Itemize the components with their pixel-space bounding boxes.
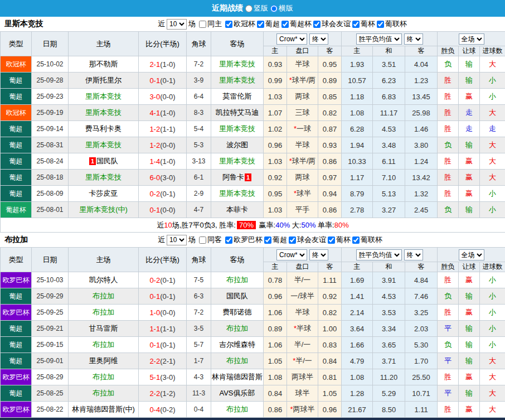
result-handicap: 走: [459, 121, 480, 137]
avg-state-select[interactable]: 终: [404, 249, 423, 260]
result-goals: 小: [480, 337, 505, 353]
horizontal-layout-radio[interactable]: [270, 5, 278, 12]
odds-provider-select[interactable]: Crow*: [276, 249, 307, 260]
league-filter[interactable]: 葡杯: [351, 19, 375, 29]
layout-option-vertical[interactable]: 竖版: [245, 3, 268, 13]
league-badge: 葡超: [1, 353, 32, 369]
league-filter[interactable]: 葡超: [255, 19, 280, 29]
recent-count-select[interactable]: 10: [167, 235, 187, 245]
avg-draw-odds: 6.11: [373, 153, 405, 170]
result-handicap: 输: [459, 137, 480, 153]
result-handicap: 赢: [459, 402, 480, 418]
home-team: 里斯本竞技: [69, 170, 139, 186]
avg-home-odds: 4.79: [342, 353, 373, 369]
league-filter-checkbox[interactable]: [377, 21, 384, 28]
league-filter-label: 球会友谊: [297, 235, 326, 245]
avg-away-odds: 10.71: [405, 385, 438, 402]
page-header: 近期战绩 竖版 横版: [0, 0, 505, 17]
away-team: 凯拉特艾马迪: [211, 105, 264, 121]
favorite-star-icon: *: [289, 157, 292, 165]
result-goals: 小: [480, 288, 505, 305]
match-row: 葡超25-09-29布拉加0-1(0-1)6-3国民队0.96一/球半0.921…: [1, 288, 505, 305]
home-team: 1国民队: [69, 153, 139, 170]
col-type: 类型: [1, 32, 32, 56]
odds-state-select[interactable]: 终: [309, 249, 328, 260]
home-team: 费马利卡奥: [69, 121, 139, 137]
corner-score: 6-3: [187, 288, 211, 305]
halftime-score: (0-0): [160, 206, 175, 214]
league-filter[interactable]: 球会友谊: [312, 19, 351, 29]
league-filter-checkbox[interactable]: [264, 236, 271, 244]
league-filter-checkbox[interactable]: [289, 236, 296, 244]
avg-draw-odds: 7.10: [373, 170, 405, 186]
scope-select[interactable]: 全场: [459, 249, 484, 260]
odds-group-header: Crow*终: [264, 248, 342, 262]
league-filter[interactable]: 球会友谊: [287, 235, 326, 245]
league-filter-checkbox[interactable]: [328, 236, 335, 244]
same-venue-label: 同客: [207, 235, 222, 245]
same-venue-checkbox[interactable]: [199, 21, 206, 28]
halftime-score: (0-1): [160, 292, 175, 301]
league-filter-checkbox[interactable]: [225, 236, 232, 244]
col-date: 日期: [32, 32, 69, 56]
league-filters: 欧冠杯葡超葡超杯球会友谊葡杯葡联杯: [224, 19, 407, 29]
league-filter-label: 葡超: [273, 235, 287, 245]
league-filter-checkbox[interactable]: [313, 21, 321, 28]
home-odds: 0.78: [264, 272, 287, 288]
result-goals: 大: [480, 56, 505, 73]
match-row: 葡超25-09-23里斯本竞技3-0(0-0)6-4莫雷伦斯1.03两球0.85…: [1, 89, 505, 105]
league-filter[interactable]: 葡超: [263, 235, 287, 245]
halftime-score: (1-1): [160, 125, 175, 133]
layout-option-horizontal[interactable]: 横版: [270, 3, 293, 13]
league-filter[interactable]: 葡联杯: [351, 235, 382, 245]
league-badge: 欧冠杯: [1, 105, 32, 121]
odds-state-select[interactable]: 终: [309, 33, 328, 45]
league-filter[interactable]: 葡杯: [326, 235, 351, 245]
league-filter-checkbox[interactable]: [281, 21, 289, 28]
scope-group-header: 全场: [438, 248, 505, 262]
corner-score: 3-5: [187, 321, 211, 337]
near-label: 近: [158, 19, 165, 29]
same-venue-label: 同主: [207, 19, 222, 29]
league-filter-label: 球会友谊: [322, 19, 351, 29]
result-outcome: 负: [438, 56, 459, 73]
avg-home-odds: 8.79: [342, 186, 373, 202]
result-handicap: 输: [459, 73, 480, 89]
recent-count-select[interactable]: 10: [167, 19, 187, 30]
avg-away-odds: 1.11: [405, 402, 438, 418]
fulltime-score: 6-0: [149, 173, 160, 182]
avg-type-select[interactable]: 胜平负均值: [356, 249, 402, 260]
avg-state-select[interactable]: 终: [404, 33, 423, 45]
vertical-layout-radio[interactable]: [245, 5, 252, 12]
scope-select[interactable]: 全场: [459, 33, 484, 45]
league-badge: 葡超: [1, 321, 32, 337]
result-outcome: 胜: [438, 369, 459, 385]
away-odds: 1.00: [318, 321, 342, 337]
sub-avg-away: 客: [405, 46, 438, 56]
favorite-star-icon: *: [294, 324, 297, 332]
odds-provider-select[interactable]: Crow*: [276, 33, 307, 45]
result-goals: 小: [480, 321, 505, 337]
league-filter-checkbox[interactable]: [225, 21, 232, 28]
summary-part: 场,胜7平0负3, 胜率:: [172, 221, 236, 229]
result-outcome: 胜: [438, 121, 459, 137]
avg-away-odds: 3.25: [405, 305, 438, 321]
league-filter-checkbox[interactable]: [352, 21, 360, 28]
same-venue-checkbox[interactable]: [199, 236, 206, 244]
league-filter[interactable]: 欧罗巴杯: [224, 235, 263, 245]
avg-away-odds: 1.46: [405, 121, 438, 137]
halftime-score: (0-1): [160, 276, 175, 284]
same-venue-filter[interactable]: 同主: [197, 19, 222, 29]
league-filter-checkbox[interactable]: [352, 236, 360, 244]
league-filter[interactable]: 欧冠杯: [224, 19, 255, 29]
avg-type-select[interactable]: 胜平负均值: [356, 33, 402, 45]
sub-result: 胜负: [438, 262, 459, 272]
fulltime-score: 1-0: [149, 308, 160, 317]
result-outcome: 平: [438, 321, 459, 337]
handicap-line: *半/一: [287, 353, 318, 369]
league-filter[interactable]: 葡联杯: [375, 19, 407, 29]
league-filter[interactable]: 葡超杯: [280, 19, 312, 29]
summary-cell: 近10场,胜7平0负3, 胜率:70% 赢率:40% 大:50% 单率:80%: [1, 218, 505, 233]
league-filter-checkbox[interactable]: [257, 21, 264, 28]
same-venue-filter[interactable]: 同客: [197, 235, 222, 245]
